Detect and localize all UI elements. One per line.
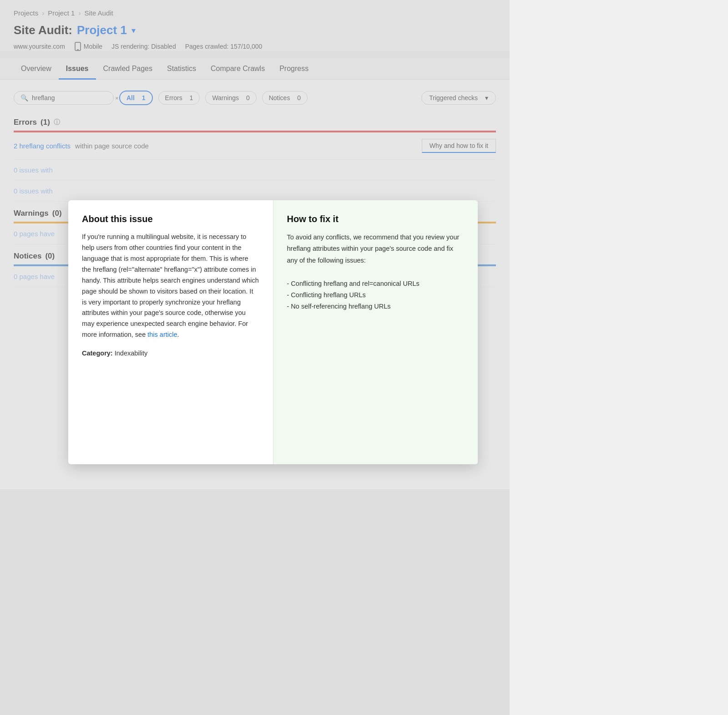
- tooltip-about-title: About this issue: [82, 214, 259, 224]
- tooltip-popup: About this issue If you're running a mul…: [68, 200, 478, 464]
- tooltip-howtofix-body: To avoid any conflicts, we recommend tha…: [287, 232, 465, 313]
- tooltip-category: Category: Indexability: [82, 350, 259, 357]
- tooltip-left-panel: About this issue If you're running a mul…: [68, 200, 273, 464]
- tooltip-about-body: If you're running a multilingual website…: [82, 232, 259, 340]
- this-article-link[interactable]: this article: [147, 331, 177, 338]
- tooltip-right-panel: How to fix it To avoid any conflicts, we…: [273, 200, 478, 464]
- tooltip-howtofix-title: How to fix it: [287, 214, 465, 224]
